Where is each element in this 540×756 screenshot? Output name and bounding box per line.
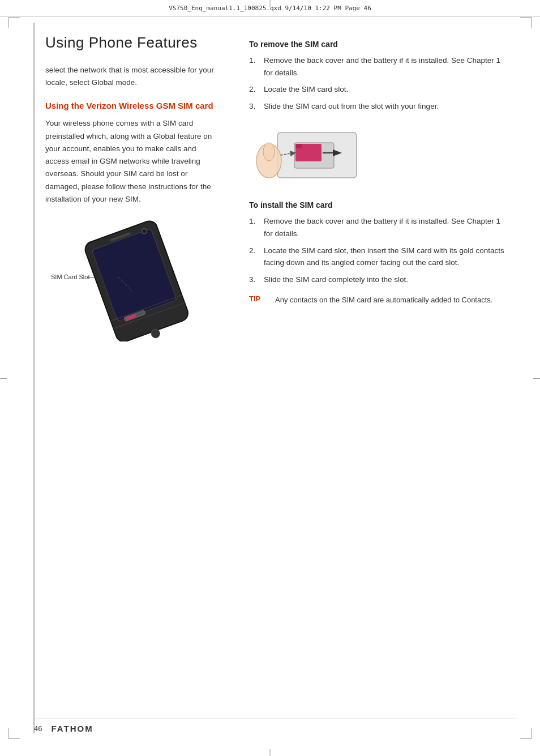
tip-label: TIP (249, 294, 266, 303)
reg-mark-left (0, 378, 7, 379)
install-step-num-1: 1. (249, 215, 260, 240)
install-step-1: 1. Remove the back cover and the battery… (249, 215, 506, 240)
install-steps-list: 1. Remove the back cover and the battery… (249, 215, 506, 285)
install-step-num-3: 3. (249, 274, 260, 286)
sim-remove-illustration (249, 121, 374, 189)
svg-rect-14 (295, 144, 302, 148)
content-area: Using Phone Features select the network … (0, 23, 540, 358)
section-title: Using the Verizon Wireless GSM SIM card (45, 100, 221, 112)
remove-sim-title: To remove the SIM card (249, 40, 506, 49)
install-step-num-2: 2. (249, 245, 260, 269)
install-sim-title: To install the SIM card (249, 200, 506, 210)
phone-illustration: SIM Card Slot (45, 217, 204, 347)
reg-mark-bottom (270, 749, 271, 756)
sidebar-accent-bar (33, 23, 35, 733)
remove-step-3: 3. Slide the SIM card out from the slot … (249, 100, 506, 113)
page-title: Using Phone Features (45, 34, 221, 52)
remove-steps-list: 1. Remove the back cover and the battery… (249, 54, 506, 112)
install-step-2: 2. Locate the SIM card slot, then insert… (249, 245, 506, 269)
section-body: Your wireless phone comes with a SIM car… (45, 117, 221, 206)
footer: 46 FATHOM (34, 719, 517, 733)
remove-step-2: 2. Locate the SIM card slot. (249, 83, 506, 96)
step-num-1: 1. (249, 54, 260, 79)
tip-block: TIP Any contacts on the SIM card are aut… (249, 294, 506, 306)
brand-logo: FATHOM (51, 724, 93, 733)
left-column: Using Phone Features select the network … (45, 34, 238, 347)
install-step-text-1: Remove the back cover and the battery if… (264, 215, 506, 240)
install-step-3: 3. Slide the SIM card completely into th… (249, 274, 506, 286)
install-step-text-2: Locate the SIM card slot, then insert th… (264, 245, 506, 269)
step-text-3: Slide the SIM card out from the slot wit… (264, 100, 506, 113)
step-text-2: Locate the SIM card slot. (264, 83, 506, 96)
step-num-3: 3. (249, 100, 260, 113)
corner-bl (8, 728, 20, 739)
reg-mark-top (270, 0, 271, 7)
corner-tr (520, 17, 532, 28)
phone-svg (79, 217, 198, 341)
right-column: To remove the SIM card 1. Remove the bac… (238, 34, 506, 347)
page-container: VS750_Eng_manual1.1_100825.qxd 9/14/10 1… (0, 0, 540, 756)
remove-step-1: 1. Remove the back cover and the battery… (249, 54, 506, 79)
step-num-2: 2. (249, 83, 260, 96)
intro-text: select the network that is most accessib… (45, 64, 221, 88)
reg-mark-right (533, 378, 540, 379)
corner-tl (8, 17, 20, 28)
svg-point-17 (263, 143, 275, 161)
page-number: 46 (34, 724, 42, 733)
install-step-text-3: Slide the SIM card completely into the s… (264, 274, 506, 286)
corner-br (520, 728, 532, 739)
step-text-1: Remove the back cover and the battery if… (264, 54, 506, 79)
tip-text: Any contacts on the SIM card are automat… (275, 294, 492, 306)
